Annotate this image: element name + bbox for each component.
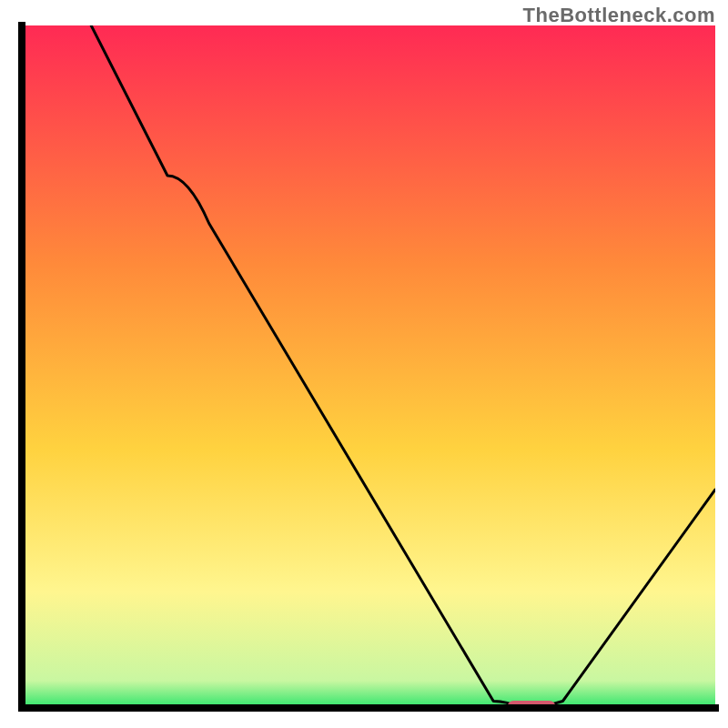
watermark-label: TheBottleneck.com [523,4,715,27]
chart-frame: TheBottleneck.com [0,0,728,728]
gradient-background [22,25,715,708]
plot-area [22,25,715,714]
bottleneck-chart [0,0,728,728]
